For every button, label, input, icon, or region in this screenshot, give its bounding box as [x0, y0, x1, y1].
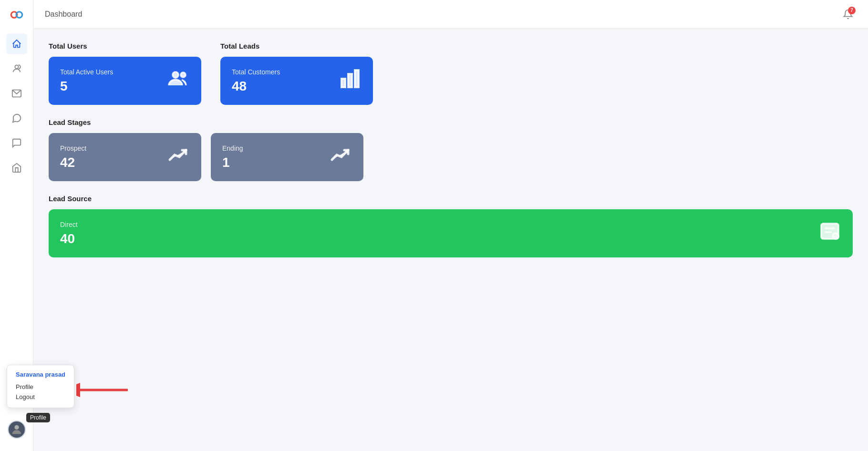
sidebar-bottom — [0, 420, 33, 446]
header-right: 7 — [839, 6, 857, 23]
total-active-users-label: Total Active Users — [60, 68, 113, 76]
total-users-title: Total Users — [49, 42, 201, 50]
total-active-users-card[interactable]: Total Active Users 5 — [49, 57, 201, 105]
svg-point-4 — [14, 425, 19, 430]
profile-menu-item-logout[interactable]: Logout — [16, 392, 65, 402]
red-arrow-annotation — [76, 380, 129, 401]
avatar[interactable] — [8, 420, 26, 439]
direct-value: 40 — [60, 231, 78, 246]
direct-card[interactable]: Direct 40 — [49, 209, 853, 257]
total-leads-title: Total Leads — [220, 42, 373, 50]
ending-icon — [329, 144, 352, 171]
direct-info: Direct 40 — [60, 221, 78, 246]
total-active-users-info: Total Active Users 5 — [60, 68, 113, 94]
svg-rect-8 — [348, 74, 352, 87]
lead-source-section: Lead Source Direct 40 — [49, 195, 853, 257]
notification-button[interactable]: 7 — [839, 6, 857, 23]
sidebar-item-mail[interactable] — [6, 83, 27, 104]
lead-stages-cards: Prospect 42 Ending 1 — [49, 133, 853, 181]
total-active-users-value: 5 — [60, 79, 113, 94]
profile-popup: Saravana prasad Profile Logout — [7, 365, 74, 408]
main-area: Dashboard 7 Total Users Total Active Use… — [33, 0, 868, 451]
ending-card[interactable]: Ending 1 — [211, 133, 363, 181]
lead-stages-title: Lead Stages — [49, 118, 853, 126]
page-title: Dashboard — [45, 10, 82, 19]
prospect-label: Prospect — [60, 144, 86, 152]
total-customers-value: 48 — [232, 79, 280, 94]
total-customers-card[interactable]: Total Customers 48 — [220, 57, 373, 105]
prospect-value: 42 — [60, 155, 86, 170]
total-users-section: Total Users Total Active Users 5 — [49, 42, 201, 105]
sidebar-item-contacts[interactable] — [6, 58, 27, 79]
direct-label: Direct — [60, 221, 78, 228]
users-icon — [167, 67, 190, 94]
direct-icon — [818, 220, 841, 247]
ending-value: 1 — [222, 155, 243, 170]
sidebar-item-chat[interactable] — [6, 133, 27, 154]
ending-label: Ending — [222, 144, 243, 152]
total-customers-info: Total Customers 48 — [232, 68, 280, 94]
svg-point-5 — [173, 72, 178, 78]
svg-point-2 — [15, 65, 18, 69]
svg-rect-7 — [341, 79, 345, 87]
prospect-info: Prospect 42 — [60, 144, 86, 170]
svg-rect-9 — [355, 70, 359, 87]
header: Dashboard 7 — [33, 0, 868, 29]
ending-info: Ending 1 — [222, 144, 243, 170]
total-leads-section: Total Leads Total Customers 48 — [220, 42, 373, 105]
profile-popup-name: Saravana prasad — [16, 371, 65, 378]
prospect-card[interactable]: Prospect 42 — [49, 133, 201, 181]
svg-point-6 — [181, 72, 186, 77]
lead-source-title: Lead Source — [49, 195, 853, 203]
total-customers-label: Total Customers — [232, 68, 280, 76]
profile-tooltip: Profile — [26, 413, 50, 422]
chart-icon — [339, 67, 362, 94]
sidebar-item-store[interactable] — [6, 157, 27, 178]
lead-stages-section: Lead Stages Prospect 42 Ending — [49, 118, 853, 181]
notification-badge: 7 — [848, 7, 856, 14]
top-sections: Total Users Total Active Users 5 To — [49, 42, 853, 105]
content-area: Total Users Total Active Users 5 To — [33, 29, 868, 451]
profile-menu-item-profile[interactable]: Profile — [16, 382, 65, 392]
sidebar-item-whatsapp[interactable] — [6, 108, 27, 129]
prospect-icon — [167, 144, 190, 171]
sidebar-item-home[interactable] — [6, 33, 27, 54]
app-logo[interactable] — [7, 5, 27, 25]
